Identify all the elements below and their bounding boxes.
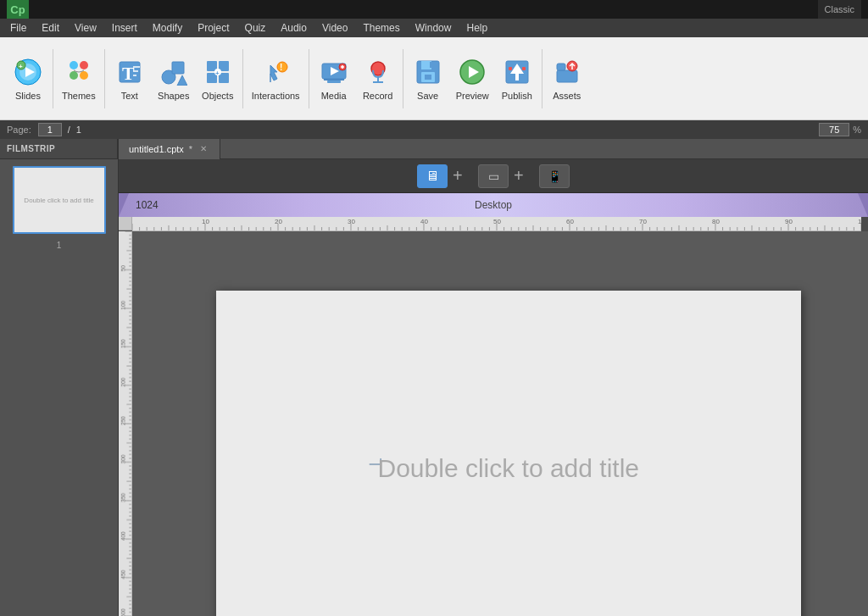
file-tab[interactable]: untitled1.cptx * ✕ [119, 139, 220, 159]
svg-rect-37 [430, 62, 432, 68]
themes-label: Themes [62, 91, 96, 101]
toolbar-save[interactable]: Save [407, 45, 449, 113]
toolbar-shapes[interactable]: Shapes [153, 45, 195, 113]
preview-icon [457, 57, 487, 87]
page-separator: / [68, 125, 70, 135]
toolbar-divider-2 [104, 49, 105, 108]
save-icon [413, 57, 443, 87]
responsive-gradient-bar: 1024 Desktop [119, 193, 868, 217]
menu-help[interactable]: Help [459, 20, 494, 36]
svg-text:!: ! [280, 63, 282, 72]
right-panel: untitled1.cptx * ✕ 🖥 + ▭ + 📱 1024 Deskto… [119, 139, 868, 616]
title-bar-left: Cp [7, 0, 29, 19]
toolbar-divider-1 [53, 49, 53, 108]
page-current-input[interactable]: 1 [38, 123, 62, 136]
assets-label: Assets [553, 91, 581, 101]
desktop-label: Desktop [475, 199, 512, 211]
svg-point-6 [80, 61, 88, 69]
page-nav: Page: 1 / 1 75 % [0, 120, 868, 139]
menu-quiz[interactable]: Quiz [238, 20, 273, 36]
assets-icon [552, 57, 582, 87]
interactions-label: Interactions [252, 91, 300, 101]
svg-rect-15 [172, 62, 184, 74]
tablet-btn[interactable]: ▭ [478, 164, 509, 188]
publish-label: Publish [502, 91, 532, 101]
svg-rect-44 [557, 70, 577, 82]
title-bar: Cp Classic [0, 0, 868, 19]
canvas-viewport[interactable]: ⊣ Double click to add title [132, 231, 868, 616]
menu-insert[interactable]: Insert [105, 20, 144, 36]
slide-title-placeholder[interactable]: Double click to add title [378, 454, 640, 483]
menu-video[interactable]: Video [315, 20, 354, 36]
toolbar-text[interactable]: T Text [108, 45, 151, 113]
toolbar-slides[interactable]: + Slides [7, 45, 49, 113]
toolbar-divider-4 [309, 49, 309, 108]
svg-rect-27 [327, 80, 341, 83]
slide-thumbnail-1[interactable]: Double click to add title [13, 166, 106, 234]
tab-title: untitled1.cptx [129, 144, 184, 154]
toolbar-objects[interactable]: + Objects [197, 45, 239, 113]
menu-modify[interactable]: Modify [146, 20, 189, 36]
menu-view[interactable]: View [68, 20, 103, 36]
slide-thumb-text: Double click to add title [20, 193, 97, 208]
add-breakpoint-btn[interactable]: + [453, 166, 473, 186]
left-triangle [119, 193, 129, 217]
zoom-input[interactable]: 75 [819, 123, 849, 136]
toolbar-record[interactable]: Record [357, 45, 399, 113]
menu-edit[interactable]: Edit [35, 20, 66, 36]
filmstrip-tab: FILMSTRIP [0, 139, 118, 159]
media-icon [319, 57, 349, 87]
slide-canvas[interactable]: ⊣ Double click to add title [216, 291, 801, 616]
interactions-icon: ! [260, 57, 291, 87]
objects-icon: + [203, 57, 233, 87]
toolbar-media[interactable]: Media [313, 45, 355, 113]
zoom-percent: % [853, 125, 861, 135]
toolbar-preview[interactable]: Preview [451, 45, 494, 113]
main-layout: FILMSTRIP Double click to add title 1 un… [0, 139, 868, 616]
toolbar-interactions[interactable]: ! Interactions [247, 45, 305, 113]
save-label: Save [417, 91, 438, 101]
svg-point-8 [80, 71, 88, 80]
shapes-icon [159, 57, 189, 87]
add-breakpoint-btn-2[interactable]: + [514, 166, 534, 186]
svg-text:+: + [215, 69, 220, 77]
tab-close-button[interactable]: ✕ [198, 143, 209, 155]
publish-icon [502, 57, 532, 87]
record-label: Record [363, 91, 392, 101]
cp-logo: Cp [7, 0, 29, 19]
svg-rect-45 [557, 64, 565, 70]
responsive-bar: 🖥 + ▭ + 📱 [119, 159, 868, 193]
record-icon [363, 57, 393, 87]
svg-point-7 [70, 71, 78, 80]
text-label: Text [121, 91, 138, 101]
menu-audio[interactable]: Audio [274, 20, 314, 36]
text-icon: T [114, 57, 145, 87]
toolbar-divider-5 [403, 49, 403, 108]
canvas-width-label: 1024 [136, 199, 159, 211]
svg-text:+: + [19, 63, 23, 70]
menu-themes[interactable]: Themes [356, 20, 406, 36]
menu-window[interactable]: Window [409, 20, 459, 36]
horizontal-ruler [132, 217, 861, 231]
toolbar-publish[interactable]: Publish [496, 45, 538, 113]
svg-rect-43 [522, 67, 526, 70]
toolbar-assets[interactable]: Assets [546, 45, 588, 113]
preview-label: Preview [456, 91, 489, 101]
menu-file[interactable]: File [3, 20, 33, 36]
svg-text:T: T [122, 63, 135, 84]
vertical-ruler [119, 231, 132, 616]
left-panel: FILMSTRIP Double click to add title 1 [0, 139, 119, 616]
desktop-btn[interactable]: 🖥 [417, 164, 448, 188]
toolbar: + Slides Themes T [0, 37, 868, 120]
tabs-bar: untitled1.cptx * ✕ [119, 139, 868, 159]
toolbar-themes[interactable]: Themes [57, 45, 101, 113]
svg-rect-28 [324, 79, 344, 80]
slide-number-1: 1 [57, 241, 62, 250]
mobile-btn[interactable]: 📱 [539, 164, 570, 188]
objects-label: Objects [202, 91, 233, 101]
toolbar-divider-3 [242, 49, 243, 108]
media-label: Media [321, 91, 347, 101]
menu-project[interactable]: Project [191, 20, 236, 36]
svg-marker-16 [177, 75, 187, 86]
page-total: 1 [76, 125, 81, 135]
